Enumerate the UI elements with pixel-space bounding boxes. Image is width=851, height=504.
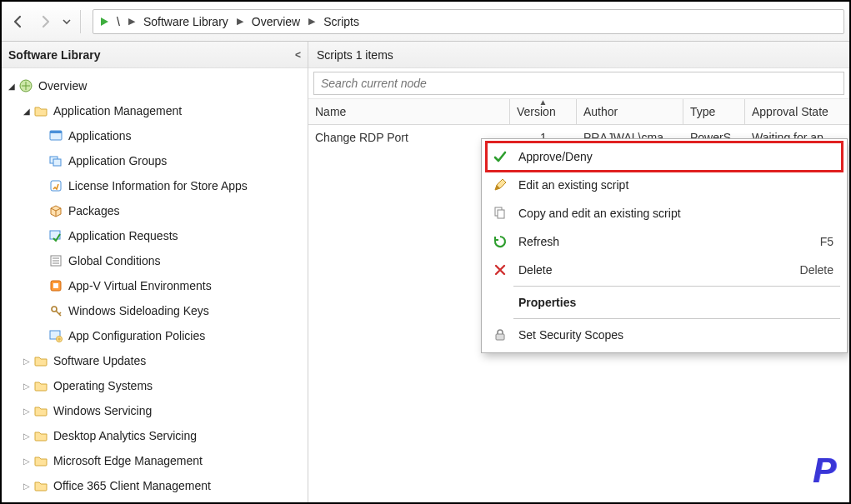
context-menu-item[interactable]: RefreshF5 [487,227,842,256]
context-menu-label: Refresh [518,235,810,248]
tree-item[interactable]: ◦License Information for Store Apps [2,173,308,198]
tree-item[interactable]: ▷Software Updates [2,348,308,373]
tree-item-label: Application Groups [68,154,167,167]
right-panel-title: Scripts 1 items [308,42,849,68]
cell-name: Change RDP Port [308,125,510,150]
tree-item[interactable]: ◦App-V Virtual Environments [2,273,308,298]
chevron-right-icon[interactable]: ▷ [20,382,33,391]
pencil-icon [492,177,508,193]
tree-item[interactable]: ◦Application Groups [2,148,308,173]
context-menu-label: Set Security Scopes [518,328,823,342]
context-menu-separator [513,318,840,319]
tree-item[interactable]: ▷Desktop Analytics Servicing [2,423,308,448]
svg-rect-2 [50,131,62,133]
app-icon [48,128,63,143]
appreq-icon [48,228,63,243]
tree-item-label: Desktop Analytics Servicing [53,429,197,442]
chevron-down-icon[interactable]: ◢ [20,107,33,116]
breadcrumb[interactable]: \ ▶ Software Library ▶ Overview ▶ Script… [93,9,844,34]
tree-item[interactable]: ◦Applications [2,123,308,148]
context-menu[interactable]: Approve/DenyEdit an existing scriptCopy … [481,138,848,353]
chevron-right-icon[interactable]: ▷ [20,482,33,491]
folder-icon [33,378,48,393]
context-menu-accelerator: Delete [800,263,837,277]
context-menu-item[interactable]: Approve/Deny [487,142,842,171]
refresh-icon [492,233,508,250]
svg-rect-14 [496,334,504,340]
nav-separator [80,10,81,33]
chevron-right-icon[interactable]: ▷ [20,432,33,441]
navbar: \ ▶ Software Library ▶ Overview ▶ Script… [2,2,849,42]
col-type[interactable]: Type [683,99,745,124]
chevron-right-icon[interactable]: ▷ [20,357,33,366]
context-menu-separator [513,286,840,287]
tree-item-label: Overview [38,79,87,92]
chevron-right-icon: ▶ [122,16,142,27]
nav-forward-button[interactable] [33,10,57,33]
context-menu-item[interactable]: DeleteDelete [487,256,842,284]
chevron-right-icon[interactable]: ▷ [20,407,33,416]
context-menu-label: Approve/Deny [518,150,823,163]
search-input[interactable] [313,72,844,95]
breadcrumb-item-0[interactable]: Software Library [142,15,230,28]
nav-history-dropdown[interactable] [60,10,73,33]
chevron-right-icon: ▶ [302,16,322,27]
folder-icon [33,403,48,418]
tree-item[interactable]: ▷Operating Systems [2,373,308,398]
folder-icon [33,453,48,468]
tree-item[interactable]: ◦App Configuration Policies [2,323,308,348]
col-approval[interactable]: Approval State [745,99,849,124]
context-menu-label: Edit an existing script [518,178,823,192]
nav-back-button[interactable] [7,10,30,33]
tree-item[interactable]: ◢Overview [2,73,308,98]
tree-item-label: App-V Virtual Environments [68,279,212,292]
lock-icon [492,327,508,343]
folder-icon [33,103,48,118]
watermark-logo: P [813,451,834,491]
chevron-down-icon[interactable]: ◢ [5,82,18,91]
col-name[interactable]: Name [308,99,510,124]
col-author[interactable]: Author [577,99,683,124]
tree-item[interactable]: ◦Packages [2,198,308,223]
breadcrumb-item-1[interactable]: Overview [250,15,302,28]
tree-item-label: Operating Systems [53,379,153,392]
collapse-left-icon[interactable]: < [295,49,301,61]
tree-item[interactable]: ◢Application Management [2,98,308,123]
chevron-right-icon[interactable]: ▷ [20,457,33,466]
left-panel: Software Library < ◢Overview◢Application… [2,42,308,502]
svg-rect-13 [498,210,504,218]
context-menu-item[interactable]: Copy and edit an existing script [487,199,842,227]
tree-item[interactable]: ◦Windows Sideloading Keys [2,298,308,323]
pkg-icon [48,203,63,218]
breadcrumb-item-2[interactable]: Scripts [322,15,361,28]
folder-icon [33,478,48,493]
svg-rect-4 [53,159,61,166]
left-panel-title: Software Library [8,48,100,62]
tree-item[interactable]: ▷Windows Servicing [2,398,308,423]
tree-item-label: Packages [68,204,119,217]
folder-icon [33,353,48,368]
context-menu-item[interactable]: Properties [487,288,842,317]
tree-item-label: Office 365 Client Management [53,479,211,492]
tree-item[interactable]: ▷Microsoft Edge Management [2,448,308,473]
tree-item[interactable]: ◦Global Conditions [2,248,308,273]
context-menu-item[interactable]: Edit an existing script [487,171,842,199]
license-icon [48,178,63,193]
col-version[interactable]: ▲Version [510,99,577,124]
tree-item-label: App Configuration Policies [68,329,205,342]
navigation-tree[interactable]: ◢Overview◢Application Management◦Applica… [2,68,308,502]
context-menu-item[interactable]: Set Security Scopes [487,321,842,349]
chevron-right-icon: ▶ [230,16,250,27]
appv-icon [48,278,63,293]
cfgpol-icon [48,328,63,343]
overview-icon [18,78,33,93]
breadcrumb-root[interactable]: \ [115,15,122,28]
tree-item-label: License Information for Store Apps [68,179,248,192]
context-menu-label: Delete [518,263,790,277]
folder-icon [33,428,48,443]
sort-asc-icon: ▲ [539,97,548,107]
tree-item[interactable]: ◦Application Requests [2,223,308,248]
global-icon [48,253,63,268]
tree-item-label: Application Management [53,104,182,117]
tree-item[interactable]: ▷Office 365 Client Management [2,473,308,498]
